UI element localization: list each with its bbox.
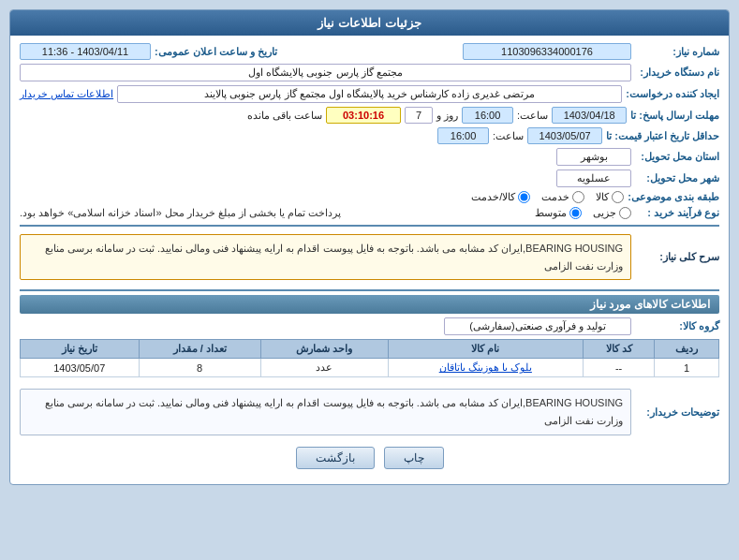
group-kala-label: گروه کالا: (635, 320, 719, 332)
ettelaat-section-title: اطلاعات کالاهای مورد نیاز (20, 295, 719, 314)
استان-value: بوشهر (556, 148, 631, 166)
col-tarikh: تاریخ نیاز (21, 340, 140, 359)
radio-kala[interactable]: کالا (596, 191, 624, 203)
تاریخ-label: تاریخ و ساعت اعلان عمومی: (155, 46, 277, 58)
cell-kod-kala: -- (583, 359, 654, 377)
مهلت-ارسال-label: مهلت ارسال پاسخ: تا (630, 110, 719, 122)
شماره-نیاز-value: 1103096334000176 (463, 43, 631, 60)
طبقه-label: طبقه بندی موضوعی: (628, 191, 719, 203)
sarh-koli-label: سرح کلی نیاز: (635, 251, 719, 263)
bazgasht-button[interactable]: بازگشت (296, 447, 375, 469)
tozihat-label: توضیحات خریدار: (635, 406, 719, 419)
cell-radif: 1 (655, 359, 719, 377)
مهلت-روز: 7 (405, 107, 433, 124)
مهلت-روز-label: روز و (436, 110, 458, 122)
ایجاد-value: مرتضی غدیری زاده کارشناس خرید پالایشگاه … (117, 85, 622, 103)
استان-label: استان محل تحویل: (635, 151, 719, 163)
شهر-value: عسلویه (556, 169, 631, 187)
حداقل-ساعت: 16:00 (437, 127, 489, 144)
radio-jozyi[interactable]: جزیی (593, 207, 631, 219)
page-title: جزئیات اطلاعات نیاز (10, 10, 729, 36)
table-row: 1 -- بلوک با هوزینگ یاتاقان عدد 8 1403/0… (21, 359, 719, 377)
cell-tarikh: 1403/05/07 (21, 359, 140, 377)
مهلت-ساعت-label: ساعت: (517, 110, 548, 122)
button-row: چاپ بازگشت (20, 447, 719, 477)
items-table: ردیف کد کالا نام کالا واحد شمارش تعداد /… (20, 339, 719, 377)
cell-nam-kala[interactable]: بلوک با هوزینگ یاتاقان (388, 359, 583, 377)
مهلت-باقی-label: ساعت باقی مانده (247, 110, 322, 122)
radio-motawaset[interactable]: متوسط (535, 207, 582, 219)
اطلاعات-تماس-link[interactable]: اطلاعات تماس خریدار (20, 88, 113, 100)
cell-vahed: عدد (260, 359, 388, 377)
tozihat-text: BEARING HOUSING,ایران کد مشابه می باشد. … (20, 389, 631, 435)
col-kod-kala: کد کالا (583, 340, 654, 359)
radio-khadamat[interactable]: خدمت (541, 191, 584, 203)
col-vahed: واحد شمارش (260, 340, 388, 359)
sarh-koli-text: BEARING HOUSING,ایران کد مشابه می باشد. … (20, 234, 631, 280)
cell-tedad: 8 (139, 359, 260, 377)
مهلت-ساعت: 16:00 (462, 107, 513, 124)
حداقل-date: 1403/05/07 (527, 127, 602, 144)
ایجاد-label: ایجاد کننده درخواست: (626, 88, 719, 100)
مهلت-date: 1403/04/18 (552, 107, 627, 124)
col-radif: ردیف (655, 340, 719, 359)
col-nam-kala: نام کالا (388, 340, 583, 359)
مهلت-باقی: 03:10:16 (326, 107, 401, 124)
حداقل-تاریخ-label: حداقل تاریخ اعتبار قیمت: تا (606, 130, 719, 142)
نوع-فرآیند-radio-group: جزیی متوسط (535, 207, 631, 219)
col-tedad: تعداد / مقدار (139, 340, 260, 359)
chap-button[interactable]: چاپ (384, 447, 444, 469)
payment-text: پرداخت تمام یا بخشی از مبلغ خریدار محل «… (20, 207, 341, 219)
نام-دستگاه-value: مجتمع گاز پارس جنوبی پالایشگاه اول (20, 64, 631, 81)
نوع-فرآیند-label: نوع فرآیند خرید : (635, 207, 719, 219)
شماره-نیاز-label: شماره نیاز: (635, 46, 719, 58)
نام-دستگاه-label: نام دستگاه خریدار: (635, 66, 719, 79)
شهر-label: شهر محل تحویل: (635, 172, 719, 184)
تاریخ-value: 1403/04/11 - 11:36 (20, 43, 151, 60)
radio-kala-khadamat[interactable]: کالا/خدمت (471, 191, 530, 203)
طبقه-radio-group: کالا خدمت کالا/خدمت (471, 191, 624, 203)
حداقل-ساعت-label: ساعت: (493, 130, 524, 142)
group-kala-value: تولید و فرآوری صنعتی(سفارشی) (444, 317, 631, 335)
